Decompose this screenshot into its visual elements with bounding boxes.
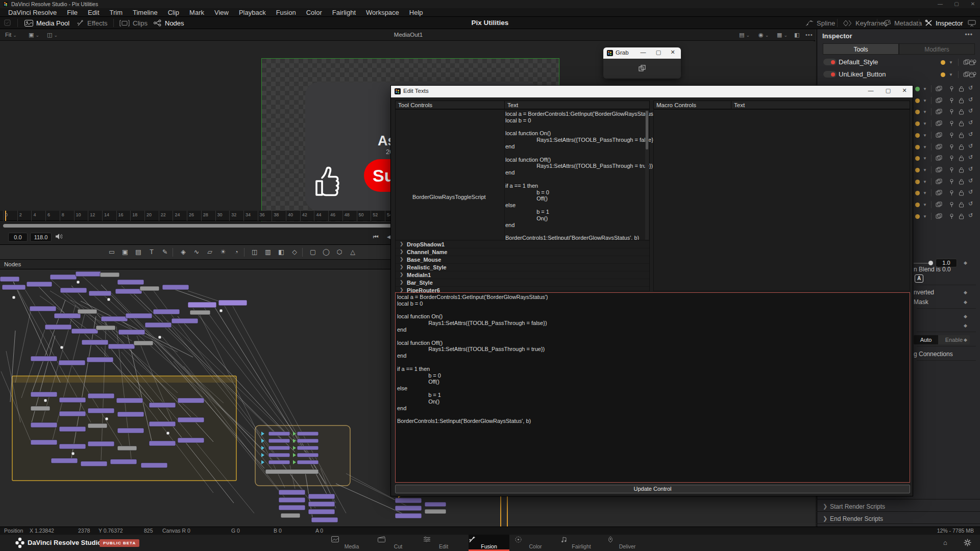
inspector-row-default_style[interactable]: Default_Style▼ [817, 56, 980, 68]
minimize-icon[interactable]: — [933, 0, 947, 8]
apply-mode-a-button[interactable]: A [915, 274, 923, 283]
minimize-icon[interactable]: — [866, 87, 876, 93]
pin-icon[interactable] [949, 86, 954, 92]
reset-icon[interactable]: ↺ [968, 178, 973, 184]
reset-icon[interactable]: ↺ [968, 166, 973, 172]
macro-controls-pane[interactable] [653, 109, 910, 291]
grid-overlay-dropdown[interactable]: ▦ ⌄ [777, 29, 788, 41]
chevron-down-icon[interactable]: ▼ [923, 121, 927, 126]
enable-toggle[interactable] [823, 71, 837, 78]
spline-button[interactable]: Spline [805, 17, 835, 29]
lock-icon[interactable] [959, 213, 964, 219]
chevron-down-icon[interactable]: ▼ [949, 72, 953, 77]
keyframe-diamond-icon[interactable]: ◆ [964, 314, 967, 319]
copy-icon[interactable] [936, 202, 942, 208]
chevron-down-icon[interactable]: ▼ [923, 191, 927, 195]
chevron-down-icon[interactable]: ▼ [923, 110, 927, 114]
page-tab-color[interactable]: Color [515, 535, 556, 550]
dual-viewer-icon[interactable]: ◧ [794, 29, 799, 41]
chevron-down-icon[interactable]: ▼ [949, 60, 953, 65]
tool-list-item-realistic_style[interactable]: ❯Realistic_Style [396, 263, 649, 271]
script-editor-text[interactable]: local a = BorderControls1:GetInput('Bord… [397, 294, 548, 424]
tool-list-item-dropshadow1[interactable]: ❯DropShadow1 [396, 240, 649, 248]
maximize-icon[interactable]: ▢ [883, 87, 893, 94]
fusion-tool-icon-16[interactable]: ⬡ [334, 247, 345, 257]
lock-icon[interactable] [959, 144, 964, 150]
chevron-down-icon[interactable]: ▼ [923, 133, 927, 138]
lock-icon[interactable] [959, 167, 964, 173]
node-color-dot[interactable] [915, 214, 920, 219]
node-color-dot[interactable] [915, 168, 920, 172]
lock-icon[interactable] [959, 179, 964, 185]
inspector-options-menu[interactable]: ••• [965, 31, 973, 38]
pin-icon[interactable] [949, 202, 954, 208]
copy-icon[interactable] [936, 86, 942, 92]
maximize-icon[interactable]: ▢ [949, 0, 964, 8]
fusion-tool-icon-9[interactable]: ◔ [231, 247, 242, 257]
close-icon[interactable]: ✕ [966, 0, 980, 8]
fusion-tool-icon-8[interactable]: ☀ [217, 247, 229, 257]
tool-script-preview[interactable]: local a = BorderControls1:GetInput('Bord… [505, 111, 656, 241]
lock-icon[interactable] [959, 120, 964, 127]
menu-item-file[interactable]: File [62, 9, 83, 16]
lock-icon[interactable] [959, 86, 964, 92]
close-icon[interactable]: ✕ [899, 87, 910, 94]
menu-item-help[interactable]: Help [404, 9, 428, 16]
dual-screen-button[interactable] [968, 17, 976, 29]
inspector-button[interactable]: Inspector [925, 17, 963, 29]
page-tab-media[interactable]: Media [331, 535, 372, 550]
tool-list-item-channel_name[interactable]: ❯Channel_Name [396, 248, 649, 256]
scrollbar-thumb[interactable] [646, 111, 648, 149]
column-header-text[interactable]: Text [504, 101, 650, 109]
speaker-icon[interactable] [55, 233, 62, 240]
pin-icon[interactable] [949, 213, 954, 219]
menu-item-trim[interactable]: Trim [105, 9, 128, 16]
reset-icon[interactable]: ↺ [968, 119, 973, 126]
page-tab-cut[interactable]: Cut [378, 535, 419, 550]
layout-grid-dropdown[interactable]: ▤ ⌄ [739, 29, 750, 41]
reset-icon[interactable]: ↺ [968, 108, 973, 114]
chevron-down-icon[interactable]: ▼ [923, 156, 927, 161]
tool-name-label[interactable]: BorderGlowRaysToggleScript [412, 194, 486, 200]
pin-icon[interactable] [949, 109, 954, 115]
copy-icon[interactable] [936, 144, 942, 150]
reset-icon[interactable]: ↺ [968, 143, 973, 149]
pin-icon[interactable] [949, 97, 954, 104]
tool-list-item-base_mouse[interactable]: ❯Base_Mouse [396, 256, 649, 263]
slider-track[interactable] [914, 263, 929, 264]
pin-icon[interactable] [949, 132, 954, 138]
metadata-button[interactable]: Metadata [883, 17, 922, 29]
grab-titlebar[interactable]: Grab — ▢ ✕ [603, 47, 681, 59]
script-editor[interactable]: local a = BorderControls1:GetInput('Bord… [395, 292, 910, 483]
fit-dropdown[interactable]: Fit ⌄ [5, 29, 17, 41]
speed-field[interactable]: 0.0 [8, 233, 28, 242]
keyframe-diamond-icon[interactable]: ◆ [964, 299, 967, 305]
copy-icon[interactable] [936, 190, 942, 196]
go-to-start-icon[interactable]: ⏮ [373, 233, 379, 240]
pin-icon[interactable] [949, 167, 954, 173]
chevron-down-icon[interactable]: ▼ [923, 214, 927, 219]
chevron-down-icon[interactable]: ▼ [923, 87, 927, 91]
tool-list-item-mediain1[interactable]: ❯MediaIn1 [396, 271, 649, 279]
menu-item-playback[interactable]: Playback [234, 9, 271, 16]
keyframe-diamond-icon[interactable]: ◆ [964, 337, 967, 342]
column-header-tool-controls[interactable]: Tool Controls [395, 101, 505, 109]
menu-item-color[interactable]: Color [301, 9, 327, 16]
dialog-titlebar[interactable]: Edit Texts — ▢ ✕ [391, 86, 913, 97]
fusion-tool-icon-11[interactable]: ▥ [262, 247, 274, 257]
expand-chevron-icon[interactable]: ❯ [400, 257, 404, 262]
copy-icon[interactable] [936, 179, 942, 185]
fusion-tool-icon-12[interactable]: ◧ [276, 247, 287, 257]
frame-field[interactable]: 118.0 [30, 233, 52, 242]
menu-item-view[interactable]: View [209, 9, 234, 16]
tab-modifiers[interactable]: Modifiers [899, 43, 975, 55]
reset-icon[interactable]: ↺ [968, 96, 973, 103]
copy-icon[interactable] [936, 155, 942, 161]
fusion-tool-icon-4[interactable]: ✎ [159, 247, 170, 257]
pin-icon[interactable] [949, 155, 954, 161]
node-color-dot[interactable] [915, 180, 920, 184]
expand-chevron-icon[interactable]: ❯ [400, 264, 404, 269]
lock-icon[interactable] [959, 190, 964, 196]
reset-icon[interactable]: ↺ [968, 201, 973, 207]
keyframes-button[interactable]: Keyframes [843, 17, 887, 29]
